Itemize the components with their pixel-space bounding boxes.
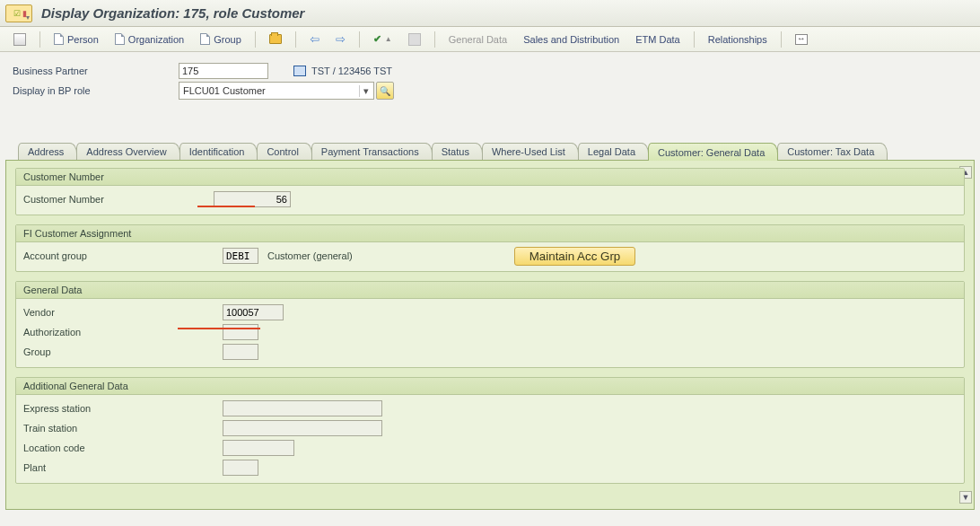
overview-button[interactable] (789, 31, 814, 48)
location-code-input[interactable] (223, 440, 294, 456)
tab-where-used[interactable]: Where-Used List (482, 143, 579, 160)
plant-label: Plant (23, 462, 223, 473)
location-code-label: Location code (23, 443, 223, 453)
title-bar: ☑ ▮ Display Organization: 175, role Cust… (0, 0, 980, 27)
account-group-text: Customer (general) (267, 250, 353, 261)
hierarchy-icon (408, 33, 421, 46)
scroll-down-button[interactable]: ▼ (959, 491, 972, 504)
maintain-acc-grp-button[interactable]: Maintain Acc Grp (514, 247, 635, 266)
nav-back-button[interactable]: ⇨ (303, 31, 326, 48)
check-button[interactable]: ✔▲ (367, 31, 398, 48)
vendor-label: Vendor (23, 307, 223, 318)
document-icon (54, 33, 64, 45)
app-menu-icon[interactable]: ☑ ▮ (5, 4, 32, 22)
vendor-input[interactable] (223, 304, 284, 320)
general-data-button: General Data (442, 31, 513, 48)
express-station-input[interactable] (223, 400, 382, 416)
business-partner-input[interactable] (179, 63, 268, 79)
group-additional-general-data: Additional General Data Express station … (15, 377, 965, 484)
folder-open-icon (269, 34, 282, 44)
tab-address-overview[interactable]: Address Overview (76, 143, 179, 160)
relationships-button[interactable]: Relationships (702, 31, 774, 48)
sales-dist-label: Sales and Distribution (523, 34, 619, 45)
tab-control[interactable]: Control (257, 143, 311, 160)
bp-role-select[interactable]: FLCU01 Customer ▾ (179, 82, 374, 100)
tab-region: Address Address Overview Identification … (5, 140, 975, 510)
group-input[interactable] (223, 344, 258, 360)
customer-number-label: Customer Number (23, 194, 214, 205)
tab-customer-tax-data[interactable]: Customer: Tax Data (777, 143, 888, 160)
group-general-data: General Data Vendor Authorization Group (15, 281, 965, 368)
person-button[interactable]: Person (48, 31, 105, 48)
express-station-label: Express station (23, 403, 223, 414)
sales-dist-button[interactable]: Sales and Distribution (517, 31, 626, 48)
search-icon: 🔍 (380, 86, 390, 96)
tab-address[interactable]: Address (18, 143, 77, 160)
check-icon: ✔ (373, 33, 381, 45)
arrow-right-icon: ⇨ (336, 32, 346, 46)
company-icon (293, 66, 306, 76)
group-title: FI Customer Assignment (16, 225, 964, 242)
person-label: Person (67, 34, 99, 45)
hierarchy-button (402, 31, 427, 48)
organization-button[interactable]: Organization (109, 31, 190, 48)
authorization-input[interactable] (223, 324, 258, 340)
tab-identification[interactable]: Identification (179, 143, 258, 160)
group-title: Customer Number (16, 169, 964, 186)
menu-button[interactable] (7, 31, 32, 48)
menu-icon (13, 33, 26, 46)
group-label: Group (23, 346, 223, 357)
tab-customer-general-data[interactable]: Customer: General Data (648, 143, 778, 161)
account-group-input[interactable] (223, 248, 258, 264)
account-group-label: Account group (23, 250, 223, 261)
page-title: Display Organization: 175, role Customer (41, 5, 304, 21)
open-button[interactable] (263, 31, 288, 48)
group-title: Additional General Data (16, 378, 964, 395)
group-button[interactable]: Group (194, 31, 248, 48)
annotation-redline (197, 206, 255, 207)
annotation-redline (178, 328, 260, 329)
organization-label: Organization (128, 34, 184, 45)
relationships-label: Relationships (708, 34, 767, 45)
role-apply-button[interactable]: 🔍 (376, 82, 394, 100)
tabstrip: Address Address Overview Identification … (5, 140, 975, 160)
document-icon (200, 33, 210, 45)
app-toolbar: Person Organization Group ⇨ ⇨ ✔▲ General… (0, 27, 980, 52)
tab-panel-customer-general: ▲ ▼ Customer Number Customer Number FI C… (5, 160, 975, 510)
document-icon (115, 33, 125, 45)
train-station-input[interactable] (223, 420, 382, 436)
nav-forward-button[interactable]: ⇨ (329, 31, 352, 48)
tab-payment-transactions[interactable]: Payment Transactions (311, 143, 433, 160)
bp-desc-text: TST / 123456 TST (311, 66, 392, 76)
plant-input[interactable] (223, 460, 258, 476)
train-station-label: Train station (23, 423, 223, 434)
tab-status[interactable]: Status (432, 143, 483, 160)
chevron-down-icon: ▾ (359, 85, 372, 97)
etm-data-button[interactable]: ETM Data (629, 31, 687, 48)
group-label: Group (214, 34, 241, 45)
tab-legal-data[interactable]: Legal Data (578, 143, 649, 160)
group-customer-number: Customer Number Customer Number (15, 168, 965, 215)
arrow-left-icon: ⇨ (310, 32, 319, 46)
bp-description: TST / 123456 TST (293, 66, 392, 76)
bp-label: Business Partner (13, 66, 179, 76)
role-label: Display in BP role (13, 85, 179, 96)
role-value: FLCU01 Customer (183, 85, 266, 96)
group-title: General Data (16, 282, 964, 299)
general-data-label: General Data (449, 34, 507, 45)
group-fi-customer-assignment: FI Customer Assignment Account group Cus… (15, 224, 965, 272)
etm-label: ETM Data (635, 34, 680, 45)
header-form: Business Partner TST / 123456 TST Displa… (0, 52, 980, 104)
overview-icon (795, 34, 808, 45)
